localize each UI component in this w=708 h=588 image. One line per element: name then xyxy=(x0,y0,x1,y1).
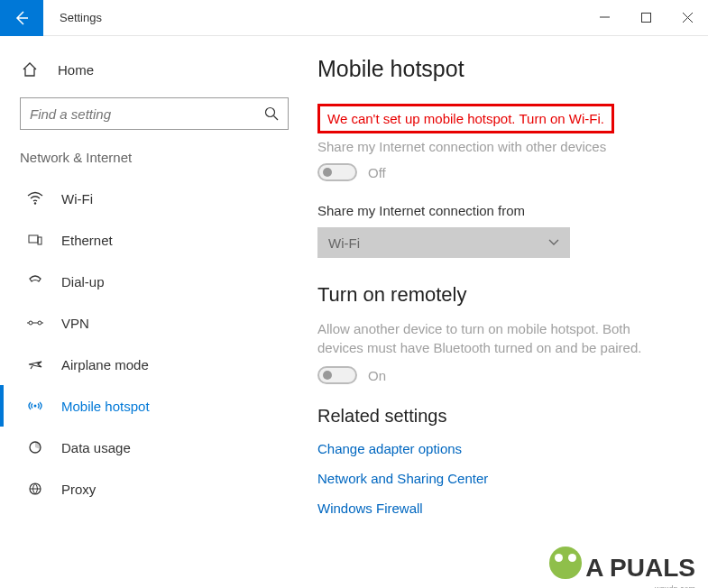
svg-point-5 xyxy=(29,321,32,325)
sidebar-item-label: Ethernet xyxy=(61,233,113,248)
hotspot-icon xyxy=(25,399,45,413)
sidebar-item-label: Proxy xyxy=(61,482,96,497)
data-usage-icon xyxy=(25,440,45,455)
svg-point-1 xyxy=(266,108,275,117)
link-adapter-options[interactable]: Change adapter options xyxy=(317,441,690,456)
vpn-icon xyxy=(25,316,45,330)
sidebar-item-label: Mobile hotspot xyxy=(61,399,150,414)
share-toggle[interactable] xyxy=(317,163,357,181)
mascot-icon xyxy=(549,547,582,579)
watermark-sub: wsxdn.com xyxy=(655,584,695,588)
svg-point-6 xyxy=(38,321,41,325)
maximize-icon xyxy=(641,13,651,23)
share-from-dropdown[interactable]: Wi-Fi xyxy=(317,227,570,258)
link-network-sharing[interactable]: Network and Sharing Center xyxy=(317,471,690,486)
watermark: A PUALS xyxy=(549,547,695,583)
sidebar-item-airplane[interactable]: Airplane mode xyxy=(0,344,305,385)
search-box[interactable] xyxy=(20,97,289,130)
window-controls xyxy=(584,0,708,35)
ethernet-icon xyxy=(25,233,45,247)
search-icon xyxy=(264,106,279,121)
svg-rect-3 xyxy=(29,235,38,243)
close-icon xyxy=(683,13,693,23)
remote-heading: Turn on remotely xyxy=(317,283,690,307)
sidebar-item-label: VPN xyxy=(61,316,89,331)
error-message: We can't set up mobile hotspot. Turn on … xyxy=(317,104,614,133)
section-label: Network & Internet xyxy=(0,146,305,178)
remote-toggle[interactable] xyxy=(317,366,357,384)
sidebar-item-ethernet[interactable]: Ethernet xyxy=(0,219,305,261)
watermark-text: A PUALS xyxy=(585,554,695,583)
svg-point-7 xyxy=(34,405,37,408)
sidebar-item-hotspot[interactable]: Mobile hotspot xyxy=(0,385,305,427)
close-button[interactable] xyxy=(667,0,708,36)
dropdown-value: Wi-Fi xyxy=(328,235,360,251)
svg-rect-4 xyxy=(38,237,41,244)
sidebar-item-wifi[interactable]: Wi-Fi xyxy=(0,178,305,219)
sidebar-item-label: Dial-up xyxy=(61,274,105,289)
proxy-icon xyxy=(25,482,45,496)
related-heading: Related settings xyxy=(317,406,690,427)
search-input[interactable] xyxy=(30,106,264,122)
chevron-down-icon xyxy=(548,239,559,246)
remote-desc: Allow another device to turn on mobile h… xyxy=(317,319,660,357)
sidebar-item-dialup[interactable]: Dial-up xyxy=(0,261,305,302)
home-icon xyxy=(22,61,41,78)
home-link[interactable]: Home xyxy=(0,54,305,85)
sidebar-item-label: Data usage xyxy=(61,440,131,455)
svg-rect-0 xyxy=(641,14,650,23)
maximize-button[interactable] xyxy=(625,0,667,36)
share-toggle-state: Off xyxy=(368,165,386,180)
minimize-button[interactable] xyxy=(584,0,625,36)
sidebar: Home Network & Internet Wi-Fi Ethernet D… xyxy=(0,36,305,588)
arrow-left-icon xyxy=(13,9,31,27)
link-windows-firewall[interactable]: Windows Firewall xyxy=(317,501,690,516)
back-button[interactable] xyxy=(0,0,43,36)
remote-toggle-state: On xyxy=(368,368,386,383)
sidebar-item-label: Airplane mode xyxy=(61,357,149,372)
home-label: Home xyxy=(58,62,94,78)
page-heading: Mobile hotspot xyxy=(317,56,690,82)
minimize-icon xyxy=(600,13,610,23)
main-content: Mobile hotspot We can't set up mobile ho… xyxy=(305,36,708,588)
airplane-icon xyxy=(25,357,45,372)
titlebar: Settings xyxy=(0,0,708,36)
share-from-label: Share my Internet connection from xyxy=(317,203,690,218)
share-label: Share my Internet connection with other … xyxy=(317,139,690,154)
wifi-icon xyxy=(25,191,45,206)
sidebar-item-vpn[interactable]: VPN xyxy=(0,302,305,344)
sidebar-item-label: Wi-Fi xyxy=(61,191,93,207)
svg-point-2 xyxy=(34,202,36,204)
sidebar-item-proxy[interactable]: Proxy xyxy=(0,468,305,510)
dialup-icon xyxy=(25,274,45,289)
window-title: Settings xyxy=(43,11,584,24)
sidebar-item-datausage[interactable]: Data usage xyxy=(0,427,305,468)
